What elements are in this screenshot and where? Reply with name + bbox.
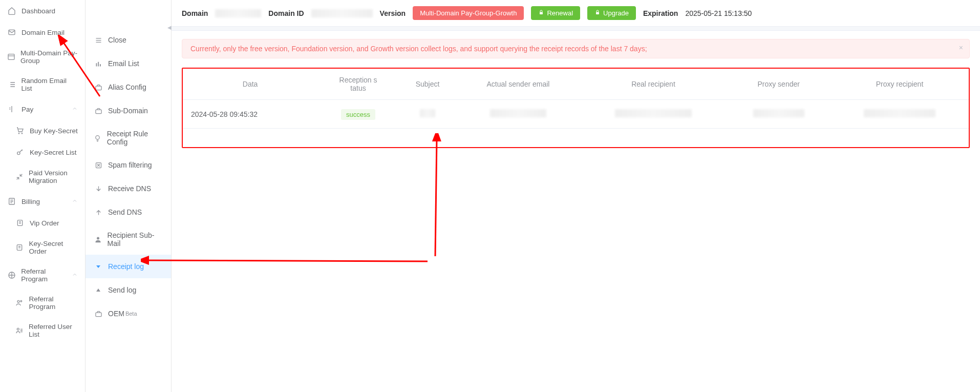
sidebar-item-label: Multi-Domain Pay-Group	[20, 49, 78, 65]
collapse-caret-icon[interactable]: ◀	[167, 25, 172, 30]
table-header-row: Data Reception s tatus Subject Actual se…	[183, 69, 969, 100]
sidebar-item-key-secret-order[interactable]: Key-Secret Order	[0, 234, 85, 261]
subnav-item-label: Recipient Sub-Mail	[108, 231, 163, 247]
sidebar-item-referral-program[interactable]: Referral Program	[0, 261, 85, 289]
share-icon	[7, 271, 16, 280]
user-icon	[94, 235, 102, 244]
sidebar-item-referral-program-sub[interactable]: Referral Program	[0, 289, 85, 317]
subnav-item-oem[interactable]: OEM Beta	[86, 302, 171, 325]
sidebar-item-pay[interactable]: Pay	[0, 98, 85, 120]
receipt-log-table: Data Reception s tatus Subject Actual se…	[183, 69, 969, 147]
version-label: Version	[380, 9, 406, 17]
sidebar-item-label: Referral Program	[21, 267, 72, 283]
cell-actual-sender	[456, 100, 580, 129]
svg-line-23	[146, 260, 428, 261]
sidebar-item-buy-key-secret[interactable]: Buy Key-Secret	[0, 120, 85, 141]
briefcase-icon	[94, 106, 103, 115]
sidebar-item-billing[interactable]: Billing	[0, 191, 85, 212]
svg-rect-13	[98, 61, 99, 66]
expiration-label: Expiration	[643, 9, 678, 17]
th-reception-status: Reception s tatus	[317, 69, 399, 100]
sidebar-item-random-email-list[interactable]: Random Email List	[0, 71, 85, 98]
subnav-item-close[interactable]: Close	[86, 28, 171, 52]
chevron-up-icon	[72, 106, 78, 113]
table-row-empty	[183, 129, 969, 148]
arrow-up-icon	[94, 208, 103, 217]
subnav-item-spam-filtering[interactable]: Spam filtering	[86, 153, 171, 177]
svg-point-3	[22, 133, 22, 134]
domainid-value-redacted	[311, 9, 373, 17]
subnav-item-send-log[interactable]: Send log	[86, 278, 171, 302]
svg-point-9	[17, 300, 19, 302]
subnav-item-label: OEM	[108, 310, 124, 318]
caret-down-icon	[94, 262, 103, 271]
expiration-value: 2025-05-21 15:13:50	[685, 9, 752, 17]
subnav-item-alias-config[interactable]: Alias Config	[86, 75, 171, 99]
th-subject: Subject	[399, 69, 457, 100]
sidebar-item-label: Paid Version Migration	[29, 169, 78, 184]
content-area: Currently, only the free version, Founda…	[172, 31, 980, 392]
cell-subject	[399, 100, 457, 129]
svg-rect-22	[596, 12, 599, 15]
key-icon	[15, 148, 25, 157]
sidebar-item-vip-order[interactable]: Vip Order	[0, 212, 85, 234]
topbar: Domain Domain ID Version Multi-Domain Pa…	[172, 0, 980, 27]
subnav-item-label: Receipt Rule Config	[107, 130, 163, 146]
sidebar-item-label: Referral Program	[29, 295, 78, 311]
svg-point-11	[17, 328, 19, 330]
svg-line-24	[435, 138, 437, 256]
sidebar-item-paid-version-migration[interactable]: Paid Version Migration	[0, 163, 85, 191]
chevron-up-icon	[72, 198, 78, 205]
cart-icon	[15, 126, 25, 135]
close-icon	[94, 35, 103, 45]
th-proxy-sender: Proxy sender	[727, 69, 830, 100]
th-data: Data	[183, 69, 317, 100]
subnav-item-receipt-rule-config[interactable]: Receipt Rule Config	[86, 122, 171, 153]
subnav-item-receive-dns[interactable]: Receive DNS	[86, 177, 171, 200]
th-actual-sender-email: Actual sender email	[456, 69, 580, 100]
renewal-button[interactable]: Renewal	[531, 6, 580, 20]
subnav-item-send-dns[interactable]: Send DNS	[86, 200, 171, 224]
bulb-icon	[94, 133, 102, 142]
alert-close-button[interactable]: ×	[959, 44, 963, 52]
version-tag-button[interactable]: Multi-Domain Pay-Group-Growth	[413, 6, 524, 20]
cell-proxy-sender	[727, 100, 830, 129]
credit-card-icon	[7, 105, 16, 114]
svg-rect-20	[95, 313, 101, 317]
list-icon	[7, 80, 16, 89]
sidebar-item-label: Billing	[22, 198, 40, 205]
chevron-up-icon	[72, 272, 78, 279]
sidebar-item-label: Random Email List	[22, 77, 78, 92]
status-tag-success: success	[341, 109, 375, 120]
upgrade-button[interactable]: Upgrade	[587, 6, 636, 20]
subnav-item-sub-domain[interactable]: Sub-Domain	[86, 99, 171, 122]
svg-rect-15	[95, 86, 101, 90]
cell-data: 2024-05-28 09:45:32	[183, 100, 317, 129]
svg-point-4	[17, 152, 20, 154]
sidebar-item-multi-domain-pay-group[interactable]: Multi-Domain Pay-Group	[0, 43, 85, 71]
arrow-down-icon	[94, 184, 103, 193]
sidebar-item-label: Dashboard	[22, 7, 55, 15]
migrate-icon	[15, 172, 24, 181]
sidebar-item-key-secret-list[interactable]: Key-Secret List	[0, 141, 85, 163]
sidebar-item-referred-user-list[interactable]: Referred User List	[0, 317, 85, 344]
subnav-item-label: Sub-Domain	[108, 107, 148, 115]
lock-icon	[538, 9, 544, 17]
primary-sidebar: Dashboard Domain Email Multi-Domain Pay-…	[0, 0, 86, 392]
sidebar-item-dashboard[interactable]: Dashboard	[0, 0, 85, 22]
domain-label: Domain	[182, 9, 208, 17]
svg-rect-12	[96, 63, 97, 66]
order-icon	[15, 243, 24, 252]
sidebar-item-label: Key-Secret List	[30, 149, 77, 156]
briefcase-icon	[94, 309, 103, 318]
annotation-arrow-2	[422, 133, 453, 261]
sidebar-item-domain-email[interactable]: Domain Email	[0, 22, 85, 43]
subnav-item-email-list[interactable]: Email List	[86, 52, 171, 75]
sidebar-item-label: Buy Key-Secret	[30, 127, 78, 135]
briefcase-icon	[94, 82, 103, 92]
cell-real-recipient	[580, 100, 727, 129]
caret-up-icon	[94, 285, 103, 295]
subnav-item-label: Receipt log	[108, 262, 144, 271]
subnav-item-receipt-log[interactable]: Receipt log	[86, 255, 171, 278]
subnav-item-recipient-sub-mail[interactable]: Recipient Sub-Mail	[86, 224, 171, 255]
